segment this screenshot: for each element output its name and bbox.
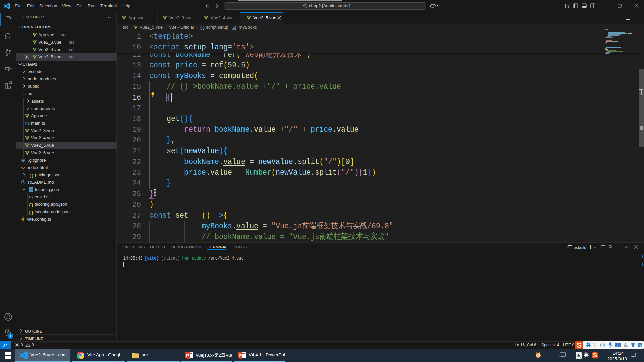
- svg-text:P: P: [186, 353, 189, 358]
- svg-text:S: S: [577, 341, 582, 349]
- svg-text:P: P: [239, 353, 241, 358]
- svg-text:S: S: [593, 352, 597, 359]
